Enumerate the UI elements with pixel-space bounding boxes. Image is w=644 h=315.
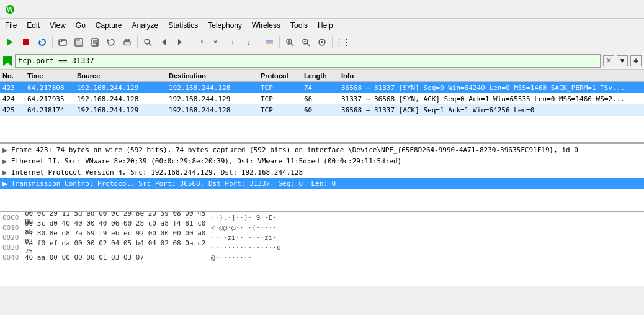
col-header-info: Info	[339, 72, 644, 80]
packet-src: 192.168.244.129	[74, 106, 166, 114]
stop-capture-button[interactable]	[19, 35, 34, 50]
expand-icon-ip: ▶	[2, 169, 11, 176]
expand-icon-frame: ▶	[2, 147, 11, 153]
svg-rect-3	[23, 39, 29, 45]
hex-offset: 0020	[2, 234, 25, 242]
menu-telephony[interactable]: Telephony	[203, 19, 247, 32]
hex-offset: 0030	[2, 244, 25, 252]
go-to-packet-button[interactable]: ⇥	[193, 35, 208, 50]
hex-dump: 0000 00 0c 29 11 5d ed 00 0c 29 8e 20 39…	[0, 212, 644, 286]
menu-edit[interactable]: Edit	[22, 19, 45, 32]
col-header-no: No.	[0, 72, 25, 80]
detail-row-tcp[interactable]: ▶ Transmission Control Protocol, Src Por…	[0, 178, 644, 189]
hex-ascii: ················u	[211, 244, 281, 252]
detail-text-ip: Internet Protocol Version 4, Src: 192.16…	[11, 168, 303, 176]
title-bar: W	[0, 0, 644, 19]
menu-help[interactable]: Help	[313, 19, 338, 32]
filter-clear-button[interactable]: ✕	[603, 55, 614, 66]
svg-rect-7	[76, 39, 80, 41]
detail-row-ethernet[interactable]: ▶ Ethernet II, Src: VMware_8e:20:39 (00:…	[0, 155, 644, 167]
menu-tools[interactable]: Tools	[285, 19, 313, 32]
zoom-in-button[interactable]	[282, 35, 297, 50]
toolbar-sep-2	[137, 36, 138, 48]
menu-statistics[interactable]: Statistics	[163, 19, 203, 32]
app-icon: W	[5, 4, 15, 14]
zoom-out-button[interactable]	[298, 35, 313, 50]
minimize-button[interactable]	[551, 0, 579, 19]
print-button[interactable]	[120, 35, 135, 50]
packet-no: 424	[0, 95, 25, 103]
svg-marker-4	[39, 40, 42, 43]
svg-point-32	[321, 41, 323, 43]
find-packet-button[interactable]	[140, 35, 155, 50]
packet-detail: ▶ Frame 423: 74 bytes on wire (592 bits)…	[0, 144, 644, 212]
toolbar-sep-6	[332, 36, 333, 48]
packet-list: No. Time Source Destination Protocol Len…	[0, 70, 644, 144]
filter-dropdown-button[interactable]: ▼	[617, 55, 628, 66]
close-file-button[interactable]	[87, 35, 102, 50]
svg-rect-16	[125, 39, 129, 41]
close-button[interactable]	[610, 0, 639, 19]
menu-capture[interactable]: Capture	[91, 19, 127, 32]
hex-offset: 0040	[2, 253, 25, 262]
detail-text-frame: Frame 423: 74 bytes on wire (592 bits), …	[11, 146, 578, 154]
filter-add-button[interactable]: +	[630, 55, 642, 66]
menu-file[interactable]: File	[0, 19, 22, 32]
packet-info: 36568 → 31337 [SYN] Seq=0 Win=64240 Len=…	[339, 84, 644, 92]
window-controls	[551, 0, 639, 19]
resize-columns-button[interactable]: ⋮⋮	[335, 35, 350, 50]
go-forward-button[interactable]	[172, 35, 187, 50]
svg-rect-17	[125, 43, 130, 45]
packet-no: 423	[0, 84, 25, 92]
toolbar-sep-3	[190, 36, 190, 48]
hex-ascii: @·········	[211, 253, 252, 262]
packet-row[interactable]: 423 64.217808 192.168.244.129 192.168.24…	[0, 82, 644, 93]
menu-analyze[interactable]: Analyze	[127, 19, 164, 32]
toolbar-sep-5	[279, 36, 280, 48]
packet-row[interactable]: 425 64.218174 192.168.244.129 192.168.24…	[0, 104, 644, 116]
packet-info: 31337 → 36568 [SYN, ACK] Seq=0 Ack=1 Win…	[339, 95, 644, 103]
prev-packet-button[interactable]: ↑	[225, 35, 240, 50]
svg-rect-23	[266, 42, 273, 44]
hex-offset: 0000	[2, 214, 25, 222]
maximize-button[interactable]	[581, 0, 609, 19]
svg-rect-22	[266, 40, 273, 42]
packet-rows: 423 64.217808 192.168.244.129 192.168.24…	[0, 82, 644, 116]
hex-row: 0040 40 aa 00 00 00 00 01 03 03 07 @····…	[0, 252, 644, 262]
save-file-button[interactable]	[71, 35, 86, 50]
packet-dst: 192.168.244.129	[166, 95, 258, 103]
detail-rows: ▶ Frame 423: 74 bytes on wire (592 bits)…	[0, 144, 644, 189]
expand-icon-ethernet: ▶	[2, 158, 11, 165]
packet-no: 425	[0, 106, 25, 114]
start-capture-button[interactable]	[2, 35, 17, 50]
menu-view[interactable]: View	[45, 19, 71, 32]
detail-row-ip[interactable]: ▶ Internet Protocol Version 4, Src: 192.…	[0, 167, 644, 178]
filter-bookmark-icon[interactable]	[2, 56, 12, 66]
packet-info: 36568 → 31337 [ACK] Seq=1 Ack=1 Win=6425…	[339, 106, 644, 114]
open-file-button[interactable]	[55, 35, 70, 50]
svg-marker-2	[7, 39, 13, 46]
packet-proto: TCP	[258, 106, 302, 114]
detail-row-frame[interactable]: ▶ Frame 423: 74 bytes on wire (592 bits)…	[0, 144, 644, 155]
packet-len: 60	[302, 106, 339, 114]
restart-capture-button[interactable]	[35, 35, 50, 50]
svg-marker-33	[3, 56, 12, 66]
toolbar-sep-1	[52, 36, 53, 48]
hex-ascii: ··).·]··)· 9··E·	[211, 214, 277, 222]
first-packet-button[interactable]: ⇤	[209, 35, 224, 50]
colorize-button[interactable]	[262, 35, 277, 50]
detail-text-tcp: Transmission Control Protocol, Src Port:…	[11, 180, 336, 188]
menu-wireless[interactable]: Wireless	[247, 19, 285, 32]
reload-file-button[interactable]	[104, 35, 119, 50]
hex-bytes: 40 aa 00 00 00 00 01 03 03 07	[25, 253, 211, 262]
next-packet-button[interactable]: ↓	[241, 35, 256, 50]
filter-input[interactable]	[15, 54, 601, 68]
toolbar-sep-4	[259, 36, 259, 48]
packet-time: 64.217935	[25, 95, 74, 103]
menu-go[interactable]: Go	[71, 19, 91, 32]
go-back-button[interactable]	[156, 35, 171, 50]
svg-marker-14	[107, 39, 110, 42]
hex-row: 0030 fa f0 ef da 00 00 02 04 05 b4 04 02…	[0, 242, 644, 252]
zoom-reset-button[interactable]	[315, 35, 329, 50]
packet-row[interactable]: 424 64.217935 192.168.244.128 192.168.24…	[0, 93, 644, 104]
